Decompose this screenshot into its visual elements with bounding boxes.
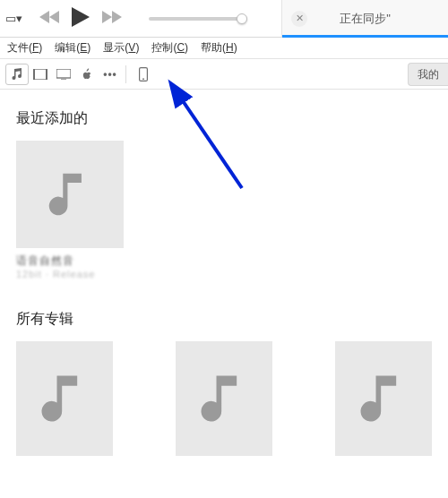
menu-edit[interactable]: 编辑(E): [55, 40, 90, 56]
prev-track-button[interactable]: [39, 11, 59, 26]
window-sysmenu[interactable]: ▭▾: [4, 9, 23, 29]
album-tile[interactable]: [176, 341, 272, 456]
album-tile[interactable]: [16, 341, 113, 456]
menu-file[interactable]: 文件(F): [7, 40, 42, 56]
album-art-placeholder: [16, 141, 124, 248]
toolbar-divider: [125, 65, 126, 83]
menubar: 文件(F) 编辑(E) 显示(V) 控制(C) 帮助(H): [0, 38, 448, 59]
svg-point-6: [142, 78, 144, 80]
titlebar: ▭▾ ✕ 正在同步": [0, 0, 448, 38]
music-note-icon: [42, 167, 98, 222]
menu-help[interactable]: 帮助(H): [201, 40, 237, 56]
next-track-button[interactable]: [102, 11, 122, 26]
music-note-icon: [34, 368, 95, 429]
svg-rect-0: [33, 69, 47, 80]
recent-item[interactable]: 语音自然音 12bit · Release: [16, 141, 124, 279]
music-note-icon: [194, 368, 254, 429]
music-note-icon: [353, 368, 414, 429]
status-lcd: ✕ 正在同步": [281, 0, 448, 37]
my-library-pill[interactable]: 我的: [408, 63, 448, 86]
sync-status-text: 正在同步": [340, 11, 391, 27]
section-recently-added: 最近添加的: [16, 109, 432, 128]
albums-row: [16, 341, 432, 456]
play-button[interactable]: [72, 7, 90, 30]
movies-tab[interactable]: [29, 64, 52, 85]
menu-control[interactable]: 控制(C): [151, 40, 188, 56]
svg-rect-3: [56, 69, 71, 78]
svg-rect-1: [33, 69, 35, 80]
playback-controls: [39, 7, 122, 30]
more-tab[interactable]: •••: [99, 64, 122, 85]
volume-slider[interactable]: [149, 17, 247, 21]
content-area: 最近添加的 语音自然音 12bit · Release 所有专辑: [0, 90, 448, 456]
music-tab[interactable]: [5, 64, 29, 85]
device-iphone-button[interactable]: [132, 64, 155, 85]
cancel-sync-button[interactable]: ✕: [291, 11, 307, 27]
section-all-albums: 所有专辑: [16, 310, 432, 329]
album-tile[interactable]: [335, 341, 432, 456]
apps-tab[interactable]: [75, 64, 99, 85]
album-title: 语音自然音: [16, 253, 124, 269]
sync-progress-bar: [282, 35, 448, 38]
tv-tab[interactable]: [52, 64, 75, 85]
volume-thumb[interactable]: [237, 13, 247, 24]
svg-rect-2: [46, 69, 47, 80]
library-toolbar: ••• 我的: [0, 59, 448, 90]
menu-view[interactable]: 显示(V): [103, 40, 139, 56]
album-subtitle: 12bit · Release: [16, 269, 124, 279]
